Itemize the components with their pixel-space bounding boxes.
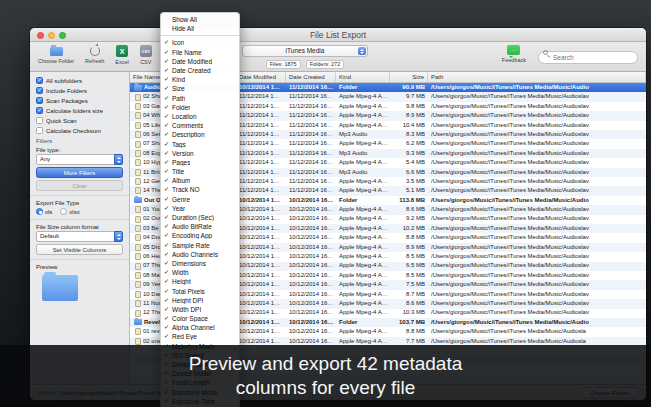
menu-item-label: Show All	[172, 16, 197, 23]
menu-item-width[interactable]: ✓Width	[161, 268, 239, 277]
file-icon	[135, 103, 141, 110]
menu-item-total-pixels[interactable]: ✓Total Pixels	[161, 286, 239, 295]
checkbox-scan-packages[interactable]: ✓Scan Packages	[36, 97, 123, 104]
date-created-cell: 10/12/2014 16…	[286, 280, 336, 289]
menu-item-duration-sec[interactable]: ✓Duration (Sec)	[161, 213, 239, 222]
menu-item-sample-rate[interactable]: ✓Sample Rate	[161, 241, 239, 250]
checkbox-box	[36, 117, 43, 124]
toolbar-button-excel[interactable]: XExcel	[115, 45, 128, 65]
path-cell: /Users/giorgos/Music/iTunes/iTunes Media…	[428, 102, 646, 111]
checkbox-calculate-checksum[interactable]: Calculate Checksum	[36, 127, 123, 134]
checkmark-icon: ✓	[161, 296, 172, 305]
kind-cell: Apple Mpeg-4 A…	[336, 261, 390, 270]
path-cell: /Users/giorgos/Music/iTunes/iTunes Media…	[428, 149, 646, 158]
menu-item-encoding-app[interactable]: ✓Encoding App	[161, 231, 239, 240]
menu-item-version[interactable]: ✓Version	[161, 149, 239, 158]
date-created-cell: 11/12/2014 16…	[286, 102, 336, 111]
checkmark-icon: ✓	[161, 213, 172, 222]
divider	[30, 259, 129, 260]
kind-cell: Apple Mpeg-4 A…	[336, 139, 390, 148]
size-cell: 5.1 MB	[390, 186, 428, 195]
menu-item-height[interactable]: ✓Height	[161, 277, 239, 286]
column-header-date-created[interactable]: Date Created	[286, 72, 336, 82]
checkmark-icon: ✓	[161, 222, 172, 231]
date-modified-cell: 11/12/2014 1…	[236, 111, 286, 120]
set-visible-columns-button[interactable]: Set Visible Columns	[36, 244, 123, 255]
date-modified-cell: 11/12/2014 1…	[236, 130, 286, 139]
file-icon	[135, 178, 141, 185]
column-header-size[interactable]: Size	[390, 72, 428, 82]
file-type-select[interactable]: Any	[36, 154, 123, 165]
path-cell: /Users/giorgos/Music/iTunes/iTunes Media…	[428, 318, 646, 327]
menu-item-audio-channels[interactable]: ✓Audio Channels	[161, 250, 239, 259]
toolbar-button-csv[interactable]: CSVCSV	[140, 45, 152, 65]
kind-cell: Apple Mpeg-4 A…	[336, 92, 390, 101]
menu-separator	[161, 35, 239, 36]
menu-item-year[interactable]: ✓Year	[161, 204, 239, 213]
toolbar-button-choose-folder[interactable]: Choose Folder	[38, 45, 74, 65]
menu-item-dimensions[interactable]: ✓Dimensions	[161, 259, 239, 268]
menu-item-label: Width	[172, 269, 189, 276]
menu-item-show-all[interactable]: Show All	[161, 15, 239, 24]
size-cell: 9.8 MB	[390, 102, 428, 111]
path-cell: /Users/giorgos/Music/iTunes/iTunes Media…	[428, 243, 646, 252]
menu-item-file-name[interactable]: ✓File Name	[161, 48, 239, 57]
checkmark-icon: ✓	[161, 250, 172, 259]
checkmark-icon: ✓	[161, 84, 172, 93]
date-modified-cell: 10/12/2014 1…	[236, 280, 286, 289]
toolbar-button-refresh[interactable]: Refresh	[85, 45, 104, 65]
menu-item-icon[interactable]: ✓Icon	[161, 38, 239, 47]
menu-item-label: Track NO	[172, 186, 200, 193]
menu-item-genre[interactable]: ✓Genre	[161, 195, 239, 204]
feedback-button[interactable]: … Feedback	[502, 45, 526, 63]
menu-item-width-dpi[interactable]: ✓Width DPI	[161, 305, 239, 314]
file-icon	[135, 328, 141, 335]
column-header-date-modified[interactable]: Date Modified	[236, 72, 286, 82]
checkbox-include-folders[interactable]: ✓Include Folders	[36, 87, 123, 94]
toolbar-button-label: Refresh	[85, 58, 104, 64]
column-header-kind[interactable]: Kind	[336, 72, 390, 82]
desktop: File List Export Choose FolderRefreshXEx…	[0, 0, 651, 407]
checkbox-quick-scan[interactable]: Quick Scan	[36, 117, 123, 124]
menu-item-size[interactable]: ✓Size	[161, 84, 239, 93]
date-created-cell: 11/12/2014 16…	[286, 168, 336, 177]
search-input[interactable]	[538, 51, 638, 64]
menu-item-audio-bitrate[interactable]: ✓Audio BitRate	[161, 222, 239, 231]
size-format-select[interactable]: Default	[36, 231, 123, 242]
menu-item-comments[interactable]: ✓Comments	[161, 121, 239, 130]
radio-xls[interactable]: xls	[36, 208, 52, 215]
size-cell: 6.2 MB	[390, 139, 428, 148]
menu-item-kind[interactable]: ✓Kind	[161, 75, 239, 84]
more-filters-button[interactable]: More Filters	[36, 167, 123, 178]
size-cell: 5.4 MB	[390, 158, 428, 167]
date-modified-cell: 10/12/2014 1…	[236, 318, 286, 327]
menu-item-album[interactable]: ✓Album	[161, 176, 239, 185]
path-cell: /Users/giorgos/Music/iTunes/iTunes Media…	[428, 168, 646, 177]
clear-button[interactable]: Clear	[36, 180, 123, 191]
scope-selector-label: iTunes Media	[286, 47, 325, 54]
menu-item-red-eye[interactable]: ✓Red Eye	[161, 332, 239, 341]
menu-item-pages[interactable]: ✓Pages	[161, 158, 239, 167]
menu-item-location[interactable]: ✓Location	[161, 112, 239, 121]
menu-item-track-no[interactable]: ✓Track NO	[161, 185, 239, 194]
radio-unselected-icon	[60, 208, 67, 215]
menu-item-path[interactable]: ✓Path	[161, 94, 239, 103]
menu-item-title[interactable]: ✓Title	[161, 167, 239, 176]
menu-item-color-space[interactable]: ✓Color Space	[161, 314, 239, 323]
column-header-path[interactable]: Path	[428, 72, 646, 82]
menu-item-hide-all[interactable]: Hide All	[161, 24, 239, 33]
checkbox-all-subfolders[interactable]: ✓All subfolders	[36, 77, 123, 84]
file-icon	[135, 234, 141, 241]
checkmark-icon: ✓	[161, 305, 172, 314]
menu-item-tags[interactable]: ✓Tags	[161, 139, 239, 148]
scope-selector[interactable]: iTunes Media	[242, 45, 368, 57]
checkbox-calculate-folders-size[interactable]: ✓Calculate folders size	[36, 107, 123, 114]
radio-xlsx[interactable]: xlsx	[60, 208, 79, 215]
menu-item-date-created[interactable]: ✓Date Created	[161, 66, 239, 75]
menu-item-height-dpi[interactable]: ✓Height DPI	[161, 296, 239, 305]
menu-item-date-modified[interactable]: ✓Date Modified	[161, 57, 239, 66]
menu-item-alpha-channel[interactable]: ✓Alpha Channel	[161, 323, 239, 332]
menu-item-folder[interactable]: ✓Folder	[161, 103, 239, 112]
files-count-badge: Files: 1875	[266, 60, 301, 69]
menu-item-description[interactable]: ✓Description	[161, 130, 239, 139]
